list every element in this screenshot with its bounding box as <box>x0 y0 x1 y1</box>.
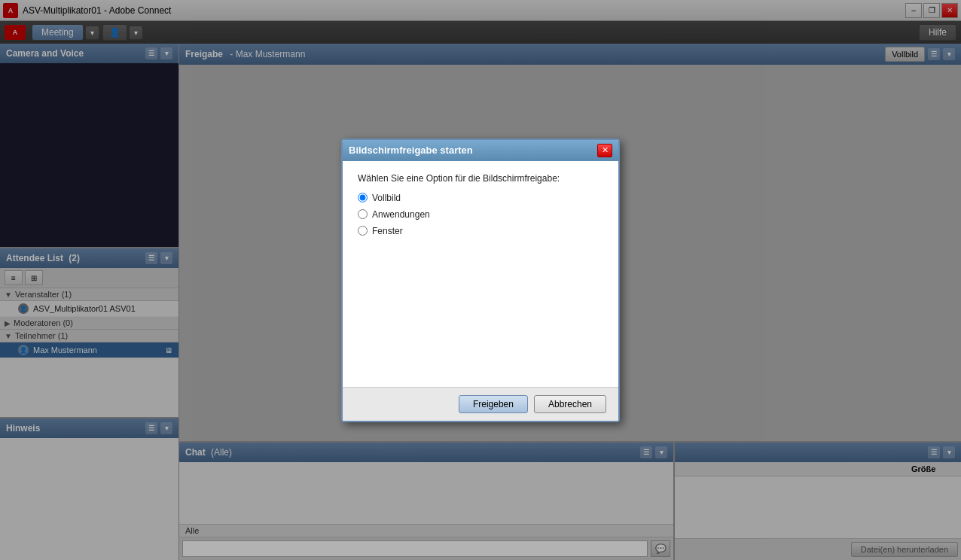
option-anwendungen: Anwendungen <box>358 209 603 220</box>
radio-fenster[interactable] <box>358 226 368 236</box>
dialog-question: Wählen Sie eine Option für die Bildschir… <box>358 173 603 184</box>
label-fenster: Fenster <box>372 226 403 236</box>
dialog-body: Wählen Sie eine Option für die Bildschir… <box>343 161 618 387</box>
dialog-close-button[interactable]: ✕ <box>597 144 612 157</box>
radio-anwendungen[interactable] <box>358 209 368 219</box>
freigeben-button[interactable]: Freigeben <box>459 395 528 413</box>
option-fenster: Fenster <box>358 226 603 236</box>
label-anwendungen: Anwendungen <box>372 209 430 220</box>
abbrechen-button[interactable]: Abbrechen <box>534 395 606 413</box>
dialog-footer: Freigeben Abbrechen <box>343 387 618 421</box>
dialog-overlay: Bildschirmfreigabe starten ✕ Wählen Sie … <box>0 0 961 560</box>
radio-vollbild[interactable] <box>358 193 368 202</box>
dialog-titlebar: Bildschirmfreigabe starten ✕ <box>343 140 618 161</box>
dialog: Bildschirmfreigabe starten ✕ Wählen Sie … <box>341 138 620 422</box>
dialog-title: Bildschirmfreigabe starten <box>349 145 473 156</box>
option-vollbild: Vollbild <box>358 193 603 203</box>
label-vollbild: Vollbild <box>372 193 401 203</box>
